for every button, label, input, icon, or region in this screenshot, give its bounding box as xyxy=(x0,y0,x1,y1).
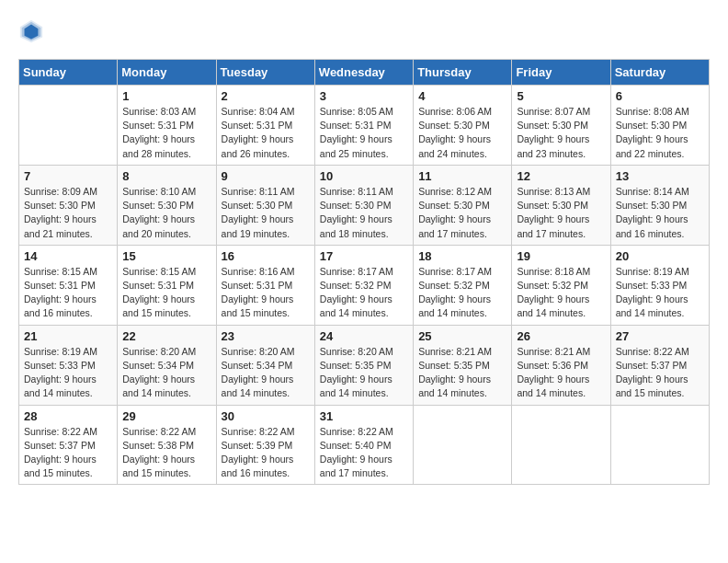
day-info: Sunrise: 8:22 AMSunset: 5:40 PMDaylight:… xyxy=(320,425,408,481)
day-info: Sunrise: 8:19 AMSunset: 5:33 PMDaylight:… xyxy=(616,265,704,321)
day-number: 4 xyxy=(418,89,506,103)
day-cell: 1Sunrise: 8:03 AMSunset: 5:31 PMDaylight… xyxy=(118,86,216,166)
day-number: 15 xyxy=(122,249,210,263)
day-cell: 6Sunrise: 8:08 AMSunset: 5:30 PMDaylight… xyxy=(610,86,709,166)
day-info: Sunrise: 8:22 AMSunset: 5:37 PMDaylight:… xyxy=(24,425,112,481)
day-info: Sunrise: 8:07 AMSunset: 5:30 PMDaylight:… xyxy=(517,105,605,161)
day-cell: 20Sunrise: 8:19 AMSunset: 5:33 PMDayligh… xyxy=(610,245,709,325)
day-number: 21 xyxy=(24,329,112,343)
page-header xyxy=(18,18,710,44)
day-info: Sunrise: 8:12 AMSunset: 5:30 PMDaylight:… xyxy=(418,185,506,241)
day-cell: 4Sunrise: 8:06 AMSunset: 5:30 PMDaylight… xyxy=(414,86,512,166)
day-number: 9 xyxy=(222,169,310,183)
day-info: Sunrise: 8:10 AMSunset: 5:30 PMDaylight:… xyxy=(122,185,210,241)
day-cell: 24Sunrise: 8:20 AMSunset: 5:35 PMDayligh… xyxy=(314,325,413,405)
day-number: 29 xyxy=(122,409,210,423)
calendar-body: 1Sunrise: 8:03 AMSunset: 5:31 PMDaylight… xyxy=(19,86,710,485)
day-info: Sunrise: 8:22 AMSunset: 5:39 PMDaylight:… xyxy=(222,425,310,481)
day-number: 3 xyxy=(320,89,408,103)
day-number: 11 xyxy=(418,169,506,183)
day-number: 16 xyxy=(222,249,310,263)
day-cell: 19Sunrise: 8:18 AMSunset: 5:32 PMDayligh… xyxy=(512,245,610,325)
day-cell: 25Sunrise: 8:21 AMSunset: 5:35 PMDayligh… xyxy=(414,325,512,405)
day-cell: 26Sunrise: 8:21 AMSunset: 5:36 PMDayligh… xyxy=(512,325,610,405)
day-cell xyxy=(19,86,118,166)
calendar-header: SundayMondayTuesdayWednesdayThursdayFrid… xyxy=(19,60,710,86)
day-info: Sunrise: 8:15 AMSunset: 5:31 PMDaylight:… xyxy=(122,265,210,321)
day-info: Sunrise: 8:17 AMSunset: 5:32 PMDaylight:… xyxy=(418,265,506,321)
day-cell: 15Sunrise: 8:15 AMSunset: 5:31 PMDayligh… xyxy=(118,245,216,325)
day-cell: 14Sunrise: 8:15 AMSunset: 5:31 PMDayligh… xyxy=(19,245,118,325)
week-row-1: 1Sunrise: 8:03 AMSunset: 5:31 PMDaylight… xyxy=(19,86,710,166)
day-cell: 9Sunrise: 8:11 AMSunset: 5:30 PMDaylight… xyxy=(216,165,314,245)
day-cell: 11Sunrise: 8:12 AMSunset: 5:30 PMDayligh… xyxy=(414,165,512,245)
week-row-4: 21Sunrise: 8:19 AMSunset: 5:33 PMDayligh… xyxy=(19,325,710,405)
logo xyxy=(18,18,50,44)
day-info: Sunrise: 8:17 AMSunset: 5:32 PMDaylight:… xyxy=(320,265,408,321)
day-cell: 3Sunrise: 8:05 AMSunset: 5:31 PMDaylight… xyxy=(314,86,413,166)
day-cell: 28Sunrise: 8:22 AMSunset: 5:37 PMDayligh… xyxy=(19,405,118,485)
day-number: 12 xyxy=(517,169,605,183)
day-number: 30 xyxy=(222,409,310,423)
day-number: 26 xyxy=(517,329,605,343)
day-number: 31 xyxy=(320,409,408,423)
day-info: Sunrise: 8:13 AMSunset: 5:30 PMDaylight:… xyxy=(517,185,605,241)
header-cell-friday: Friday xyxy=(512,60,610,86)
day-cell: 23Sunrise: 8:20 AMSunset: 5:34 PMDayligh… xyxy=(216,325,314,405)
day-number: 28 xyxy=(24,409,112,423)
week-row-5: 28Sunrise: 8:22 AMSunset: 5:37 PMDayligh… xyxy=(19,405,710,485)
day-cell: 31Sunrise: 8:22 AMSunset: 5:40 PMDayligh… xyxy=(314,405,413,485)
day-info: Sunrise: 8:21 AMSunset: 5:36 PMDaylight:… xyxy=(517,345,605,401)
day-info: Sunrise: 8:05 AMSunset: 5:31 PMDaylight:… xyxy=(320,105,408,161)
day-number: 1 xyxy=(122,89,210,103)
day-cell: 2Sunrise: 8:04 AMSunset: 5:31 PMDaylight… xyxy=(216,86,314,166)
day-number: 7 xyxy=(24,169,112,183)
header-cell-wednesday: Wednesday xyxy=(314,60,413,86)
day-info: Sunrise: 8:20 AMSunset: 5:34 PMDaylight:… xyxy=(222,345,310,401)
day-cell xyxy=(414,405,512,485)
day-number: 18 xyxy=(418,249,506,263)
day-info: Sunrise: 8:11 AMSunset: 5:30 PMDaylight:… xyxy=(320,185,408,241)
day-info: Sunrise: 8:19 AMSunset: 5:33 PMDaylight:… xyxy=(24,345,112,401)
day-cell: 16Sunrise: 8:16 AMSunset: 5:31 PMDayligh… xyxy=(216,245,314,325)
week-row-2: 7Sunrise: 8:09 AMSunset: 5:30 PMDaylight… xyxy=(19,165,710,245)
day-number: 2 xyxy=(222,89,310,103)
day-number: 19 xyxy=(517,249,605,263)
day-cell: 30Sunrise: 8:22 AMSunset: 5:39 PMDayligh… xyxy=(216,405,314,485)
day-info: Sunrise: 8:14 AMSunset: 5:30 PMDaylight:… xyxy=(616,185,704,241)
header-cell-thursday: Thursday xyxy=(414,60,512,86)
day-cell: 17Sunrise: 8:17 AMSunset: 5:32 PMDayligh… xyxy=(314,245,413,325)
day-info: Sunrise: 8:08 AMSunset: 5:30 PMDaylight:… xyxy=(616,105,704,161)
logo-icon xyxy=(18,18,44,44)
header-cell-sunday: Sunday xyxy=(19,60,118,86)
day-info: Sunrise: 8:09 AMSunset: 5:30 PMDaylight:… xyxy=(24,185,112,241)
day-info: Sunrise: 8:15 AMSunset: 5:31 PMDaylight:… xyxy=(24,265,112,321)
day-number: 27 xyxy=(616,329,704,343)
day-cell: 29Sunrise: 8:22 AMSunset: 5:38 PMDayligh… xyxy=(118,405,216,485)
day-info: Sunrise: 8:20 AMSunset: 5:35 PMDaylight:… xyxy=(320,345,408,401)
day-number: 23 xyxy=(222,329,310,343)
day-number: 6 xyxy=(616,89,704,103)
header-cell-monday: Monday xyxy=(118,60,216,86)
day-info: Sunrise: 8:04 AMSunset: 5:31 PMDaylight:… xyxy=(222,105,310,161)
day-info: Sunrise: 8:21 AMSunset: 5:35 PMDaylight:… xyxy=(418,345,506,401)
day-number: 8 xyxy=(122,169,210,183)
day-number: 17 xyxy=(320,249,408,263)
day-cell: 10Sunrise: 8:11 AMSunset: 5:30 PMDayligh… xyxy=(314,165,413,245)
day-number: 22 xyxy=(122,329,210,343)
day-info: Sunrise: 8:22 AMSunset: 5:37 PMDaylight:… xyxy=(616,345,704,401)
header-cell-saturday: Saturday xyxy=(610,60,709,86)
week-row-3: 14Sunrise: 8:15 AMSunset: 5:31 PMDayligh… xyxy=(19,245,710,325)
day-cell: 27Sunrise: 8:22 AMSunset: 5:37 PMDayligh… xyxy=(610,325,709,405)
day-cell: 13Sunrise: 8:14 AMSunset: 5:30 PMDayligh… xyxy=(610,165,709,245)
day-cell: 12Sunrise: 8:13 AMSunset: 5:30 PMDayligh… xyxy=(512,165,610,245)
calendar-table: SundayMondayTuesdayWednesdayThursdayFrid… xyxy=(18,59,710,485)
header-row: SundayMondayTuesdayWednesdayThursdayFrid… xyxy=(19,60,710,86)
day-cell xyxy=(610,405,709,485)
day-number: 14 xyxy=(24,249,112,263)
day-cell: 21Sunrise: 8:19 AMSunset: 5:33 PMDayligh… xyxy=(19,325,118,405)
day-number: 5 xyxy=(517,89,605,103)
day-info: Sunrise: 8:22 AMSunset: 5:38 PMDaylight:… xyxy=(122,425,210,481)
day-number: 20 xyxy=(616,249,704,263)
day-info: Sunrise: 8:16 AMSunset: 5:31 PMDaylight:… xyxy=(222,265,310,321)
